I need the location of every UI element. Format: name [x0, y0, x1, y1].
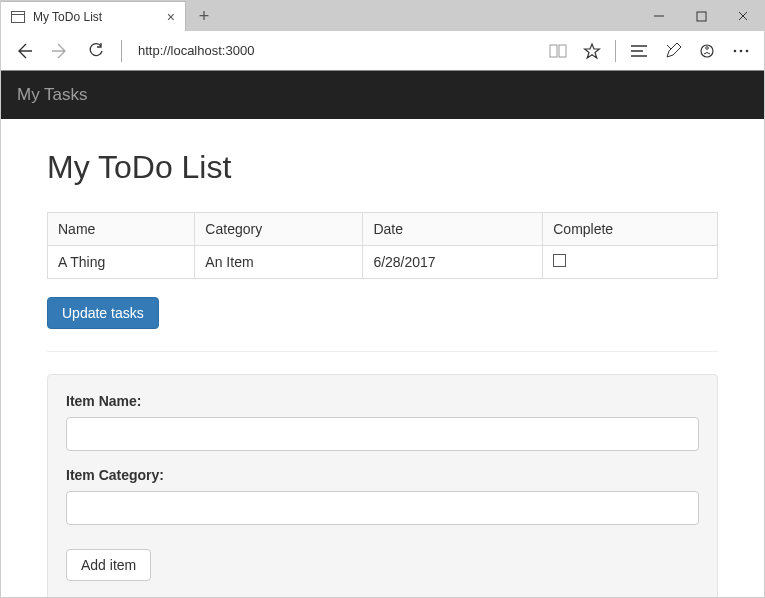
- more-icon[interactable]: [726, 36, 756, 66]
- svg-rect-3: [697, 12, 706, 21]
- reading-view-icon[interactable]: [543, 36, 573, 66]
- refresh-button[interactable]: [81, 36, 111, 66]
- hub-icon[interactable]: [624, 36, 654, 66]
- forward-button[interactable]: [45, 36, 75, 66]
- svg-rect-7: [559, 45, 566, 57]
- col-name: Name: [48, 213, 195, 246]
- window-maximize-button[interactable]: [680, 1, 722, 31]
- app-navbar: My Tasks: [1, 71, 764, 119]
- toolbar-separator: [121, 40, 122, 62]
- favorites-icon[interactable]: [577, 36, 607, 66]
- tab-title: My ToDo List: [33, 10, 159, 24]
- back-button[interactable]: [9, 36, 39, 66]
- table-row: A Thing An Item 6/28/2017: [48, 246, 718, 279]
- add-item-button[interactable]: Add item: [66, 549, 151, 581]
- add-item-form: Item Name: Item Category: Add item: [47, 374, 718, 597]
- divider: [47, 351, 718, 352]
- cell-complete: [543, 246, 718, 279]
- window-close-button[interactable]: [722, 1, 764, 31]
- complete-checkbox[interactable]: [553, 254, 566, 267]
- tab-close-icon[interactable]: ×: [167, 9, 175, 25]
- page-viewport: My Tasks My ToDo List Name Category Date…: [1, 71, 764, 597]
- cell-date: 6/28/2017: [363, 246, 543, 279]
- browser-toolbar: [1, 31, 764, 71]
- item-name-input[interactable]: [66, 417, 699, 451]
- toolbar-separator: [615, 40, 616, 62]
- svg-line-11: [667, 45, 671, 49]
- app-brand[interactable]: My Tasks: [17, 85, 88, 104]
- window-minimize-button[interactable]: [638, 1, 680, 31]
- notes-icon[interactable]: [658, 36, 688, 66]
- item-name-label: Item Name:: [66, 393, 699, 409]
- page-title: My ToDo List: [47, 149, 718, 186]
- address-bar[interactable]: [132, 39, 502, 62]
- svg-point-13: [706, 46, 709, 49]
- col-category: Category: [195, 213, 363, 246]
- col-complete: Complete: [543, 213, 718, 246]
- tasks-table: Name Category Date Complete A Thing An I…: [47, 212, 718, 279]
- svg-rect-6: [550, 45, 557, 57]
- col-date: Date: [363, 213, 543, 246]
- window-titlebar: My ToDo List × +: [1, 1, 764, 31]
- share-icon[interactable]: [692, 36, 722, 66]
- svg-rect-0: [12, 11, 25, 22]
- item-category-label: Item Category:: [66, 467, 699, 483]
- update-tasks-button[interactable]: Update tasks: [47, 297, 159, 329]
- table-header-row: Name Category Date Complete: [48, 213, 718, 246]
- page-icon: [11, 11, 25, 23]
- browser-tab[interactable]: My ToDo List ×: [1, 1, 186, 31]
- item-category-input[interactable]: [66, 491, 699, 525]
- cell-category: An Item: [195, 246, 363, 279]
- svg-point-14: [734, 49, 737, 52]
- cell-name: A Thing: [48, 246, 195, 279]
- svg-point-16: [746, 49, 749, 52]
- new-tab-button[interactable]: +: [186, 1, 222, 31]
- svg-point-15: [740, 49, 743, 52]
